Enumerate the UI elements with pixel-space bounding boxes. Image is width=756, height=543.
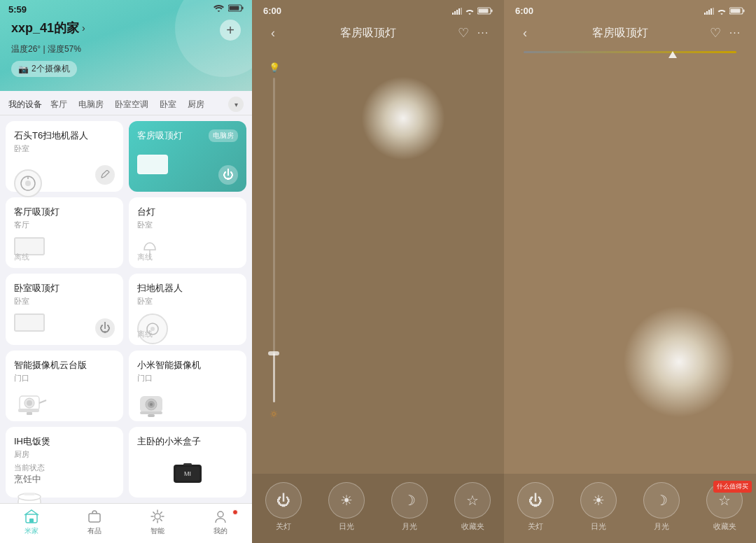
device-room: 卧室	[14, 296, 115, 306]
svg-rect-30	[89, 514, 100, 522]
color-temp-section[interactable]	[504, 48, 756, 59]
svg-rect-33	[452, 13, 454, 15]
svg-rect-23	[24, 493, 35, 495]
device-power-button[interactable]: ⏻	[218, 165, 238, 185]
svg-rect-43	[708, 10, 710, 15]
navbar-smart-label: 智能	[150, 526, 164, 536]
device-name: 小米智能摄像机	[137, 359, 238, 372]
status-bar-right	[214, 4, 244, 12]
svg-rect-45	[713, 8, 714, 15]
status-time: 5:59	[8, 4, 27, 15]
status-time-2: 6:00	[515, 6, 533, 16]
signal-icon-2	[704, 8, 714, 15]
brightness-high-icon: 💡	[269, 62, 280, 73]
device-status-offline: 离线	[14, 252, 29, 262]
home-arrow-icon: ›	[82, 22, 85, 34]
svg-text:MI: MI	[184, 470, 191, 477]
back-button-2[interactable]: ‹	[515, 23, 535, 43]
svg-rect-40	[479, 9, 489, 13]
svg-rect-14	[27, 412, 32, 415]
moonlight-button-1[interactable]: ☽ 月光	[391, 482, 428, 532]
svg-rect-34	[454, 11, 456, 15]
svg-point-11	[27, 400, 32, 406]
navbar-mihome[interactable]: 米家	[0, 508, 63, 536]
user-icon	[212, 508, 229, 525]
daylight-button-2[interactable]: ☀ 日光	[580, 482, 617, 532]
back-button-1[interactable]: ‹	[263, 23, 283, 43]
light-controls-row-1: ⏻ 关灯 ☀ 日光 ☽ 月光 ☆ 收藏夹	[252, 482, 504, 532]
light-panel-1: 6:00 ‹ 客房吸顶灯 ♡ ··· 💡 🔅	[252, 0, 504, 543]
watermark-text: 什么值得买	[717, 482, 748, 491]
tabs-expand-icon[interactable]: ▾	[228, 97, 244, 112]
wifi-icon	[214, 4, 224, 12]
daylight-label-2: 日光	[591, 521, 606, 532]
battery-icon-1	[477, 7, 493, 15]
device-card-desk-lamp[interactable]: 台灯 卧室 离线	[129, 197, 246, 268]
favorite-button-1[interactable]: ♡	[454, 23, 473, 43]
camera-icon: 📷	[18, 64, 29, 74]
favorites-icon-1: ☆	[454, 482, 491, 519]
device-room: 客厅	[14, 220, 115, 230]
svg-marker-49	[668, 51, 677, 58]
device-pen-button[interactable]	[95, 165, 115, 185]
moonlight-icon-1: ☽	[391, 482, 428, 519]
svg-rect-2	[230, 6, 239, 10]
light-header-1: ‹ 客房吸顶灯 ♡ ···	[252, 19, 504, 48]
light-controls-1: ⏻ 关灯 ☀ 日光 ☽ 月光 ☆ 收藏夹	[252, 474, 504, 543]
device-card-bedroom-light[interactable]: 卧室吸顶灯 卧室 ⏻	[6, 274, 123, 344]
my-devices-label: 我的设备	[8, 99, 42, 111]
device-card-camera-ptz[interactable]: 智能摄像机云台版 门口	[6, 351, 123, 421]
device-power-button2[interactable]: ⏻	[95, 318, 115, 338]
power-off-button-1[interactable]: ⏻ 关灯	[265, 482, 302, 532]
device-card-rice-cooker[interactable]: IH电饭煲 厨房 当前状态 烹饪中	[6, 427, 123, 498]
light-panel-2: 6:00 ‹ 客房吸顶灯 ♡ ··· ⏻ 关灯	[504, 0, 756, 543]
device-name: 石头T6扫地机器人	[14, 129, 115, 142]
device-card-mi-camera[interactable]: 小米智能摄像机 门口	[129, 351, 246, 421]
tab-bedroom[interactable]: 卧室	[155, 97, 181, 112]
camera-ptz-icon	[14, 389, 52, 418]
navbar-mine[interactable]: 我的	[189, 508, 252, 536]
daylight-icon-2: ☀	[580, 482, 617, 519]
smart-icon	[149, 508, 166, 525]
tab-ac[interactable]: 卧室空调	[111, 97, 153, 112]
moonlight-label-2: 月光	[654, 521, 669, 532]
more-button-2[interactable]: ···	[725, 23, 745, 43]
favorites-button-1[interactable]: ☆ 收藏夹	[454, 482, 491, 532]
status-bar-1: 6:00	[252, 0, 504, 19]
moonlight-button-2[interactable]: ☽ 月光	[643, 482, 680, 532]
device-card-robot2[interactable]: 扫地机器人 卧室 离线	[129, 274, 246, 344]
device-room: 门口	[137, 373, 238, 383]
device-card-robot-t6[interactable]: 石头T6扫地机器人 卧室	[6, 121, 123, 192]
daylight-button-1[interactable]: ☀ 日光	[328, 482, 365, 532]
svg-rect-0	[228, 5, 241, 11]
brightness-slider-1[interactable]: 💡 🔅	[267, 62, 281, 418]
device-card-living-light[interactable]: 客厅吸顶灯 客厅 离线	[6, 197, 123, 268]
more-button-1[interactable]: ···	[473, 23, 493, 43]
svg-rect-13	[18, 409, 39, 412]
light-header-2: ‹ 客房吸顶灯 ♡ ···	[504, 19, 756, 48]
devices-grid: 石头T6扫地机器人 卧室 客房吸顶灯 电脑房 ⏻ 客厅吸顶灯	[0, 115, 252, 503]
device-badge: 电脑房	[209, 129, 238, 142]
add-device-button[interactable]: +	[220, 20, 241, 41]
svg-point-32	[218, 512, 223, 517]
mihome-header: xxp_41的家 › + 温度26° | 湿度57% 📷 2个摄像机 5:59	[0, 0, 252, 91]
tab-pc[interactable]: 电脑房	[74, 97, 108, 112]
svg-rect-20	[148, 414, 155, 417]
signal-icon-1	[452, 8, 462, 15]
favorite-button-2[interactable]: ♡	[706, 23, 725, 43]
device-card-ceiling-light[interactable]: 客房吸顶灯 电脑房 ⏻	[129, 121, 246, 192]
tab-kitchen[interactable]: 厨房	[183, 97, 209, 112]
battery-icon-2	[729, 7, 745, 15]
device-status-text: 当前状态	[14, 463, 115, 473]
navbar-smart[interactable]: 智能	[126, 508, 189, 536]
power-off-button-2[interactable]: ⏻ 关灯	[517, 482, 554, 532]
home-title: xxp_41的家	[11, 20, 79, 36]
light-square-icon	[137, 155, 168, 174]
slider-handle[interactable]	[268, 351, 279, 355]
device-card-mi-box[interactable]: 主卧的小米盒子 MI	[129, 427, 246, 498]
svg-rect-19	[140, 411, 162, 414]
power-off-icon-2: ⏻	[517, 482, 554, 519]
camera-badge[interactable]: 📷 2个摄像机	[11, 61, 77, 77]
navbar-youpin[interactable]: 有品	[63, 508, 126, 536]
tab-living[interactable]: 客厅	[46, 97, 71, 112]
